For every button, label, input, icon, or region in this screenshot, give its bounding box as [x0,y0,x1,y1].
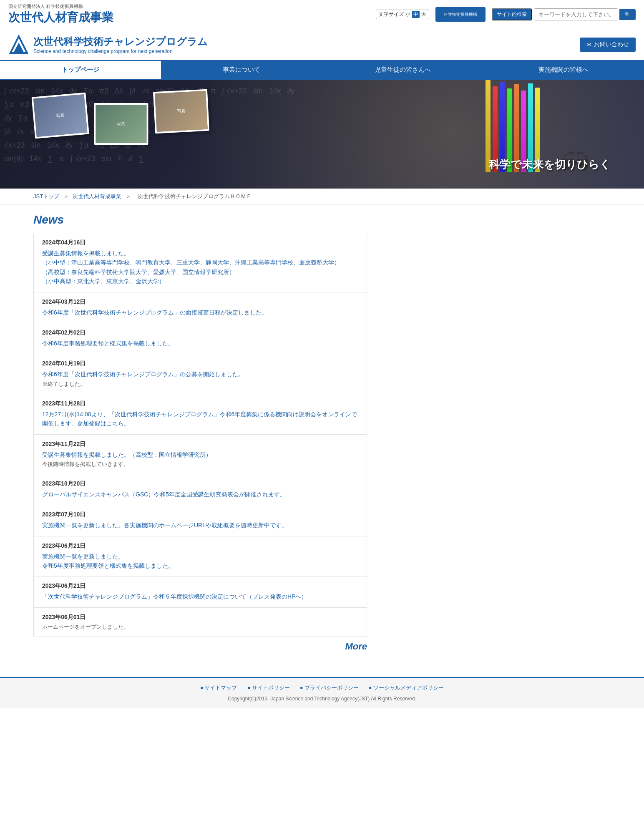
footer-link[interactable]: サイトマップ [200,684,237,692]
news-link[interactable]: 令和5年度事務処理要領と様式集を掲載しました。 [42,561,358,570]
top-bar: 国立研究開発法人 科学技術振興機構 次世代人材育成事業 文字サイズ 小 中 大 … [0,0,644,29]
font-size-label: 文字サイズ [379,11,404,18]
footer-link[interactable]: ソーシャルメディアポリシー [369,684,444,692]
news-date: 2023年06月21日 [42,582,358,590]
main-nav: トップページ 事業について 児童生徒の皆さんへ 実施機関の皆様へ [0,61,644,80]
news-date: 2023年06月21日 [42,542,358,550]
jst-logo: 科学技術振興機構 [435,7,486,22]
news-item: 2024年02月02日令和6年度事務処理要領と様式集を掲載しました。 [34,323,367,354]
logo-text: 科学技術振興機構 [444,12,477,18]
news-date: 2023年06月01日 [42,614,358,621]
hero-slogan: 科学で未来を切りひらく [489,157,611,172]
news-link[interactable]: 実施機関一覧を更新しました。各実施機関のホームページURLや取組概要を随時更新中… [42,521,358,530]
program-subtitle: Science and technology challenge program… [33,48,208,54]
news-link[interactable]: 実施機関一覧を更新しました。 [42,552,358,561]
news-date: 2024年03月12日 [42,298,358,306]
nav-top[interactable]: トップページ [0,61,161,80]
breadcrumb: JSTトップ ＞ 次世代人材育成事業 ＞ 次世代科学技術チャレンジプログラムＨＯ… [0,189,644,205]
news-item: 2023年06月21日実施機関一覧を更新しました。令和5年度事務処理要領と様式集… [34,536,367,577]
news-date: 2024年01月19日 [42,360,358,367]
more-container: More [33,637,367,660]
hero-banner: ∫ √x+23 sin 14x ∂y ∑α πβ Δλ ∫∂ √x sin(θ)… [0,80,644,189]
font-size-large[interactable]: 大 [421,11,426,18]
news-date: 2023年11月28日 [42,400,358,408]
news-date: 2024年02月02日 [42,329,358,337]
news-date: 2023年07月10日 [42,511,358,518]
news-item: 2023年10月20日グローバルサイエンスキャンパス（GSC）令和5年度全国受講… [34,474,367,505]
program-logo-text: 次世代科学技術チャレンジプログラム Science and technology… [33,35,208,54]
news-link[interactable]: （小中高型：東北大学、東京大学、金沢大学） [42,277,358,286]
nav-about[interactable]: 事業について [161,61,322,80]
news-link[interactable]: 受講生募集情報を掲載しました。 [42,249,358,258]
news-item: 2024年03月12日令和6年度「次世代科学技術チャレンジプログラム」の面接審査… [34,292,367,323]
news-link[interactable]: 令和6年度事務処理要領と様式集を掲載しました。 [42,339,358,348]
footer: サイトマップサイトポリシープライバシーポリシーソーシャルメディアポリシー Cop… [0,677,644,708]
news-item: 2023年06月01日ホームページをオープンしました。 [34,608,367,637]
search-icon: 🔍 [624,12,631,18]
news-link[interactable]: グローバルサイエンスキャンパス（GSC）令和5年度全国受講生研究発表会が開催され… [42,490,358,499]
hero-photo-3: 写真 [153,89,209,134]
program-logo-icon [8,34,29,55]
news-text: ホームページをオープンしました。 [42,623,358,631]
hero-photo-2: 写真 [94,103,148,145]
breadcrumb-sep-2: ＞ [126,193,133,199]
footer-copyright: Copyright(C)2015- Japan Science and Tech… [8,696,636,702]
search-input[interactable] [534,8,617,20]
search-bar: サイト内検索 🔍 [492,8,636,20]
program-title: 次世代科学技術チャレンジプログラム [33,35,208,48]
hero-photos: 写真 写真 写真 [33,90,209,148]
more-button[interactable]: More [345,641,367,652]
news-date: 2023年10月20日 [42,480,358,488]
news-link[interactable]: （小中型：津山工業高等専門学校、鳴門教育大学、三重大学、静岡大学、沖縄工業高等専… [42,258,358,267]
main-content: News 2024年04月16日受講生募集情報を掲載しました。（小中型：津山工業… [0,205,400,669]
site-search-label[interactable]: サイト内検索 [492,8,532,20]
news-date: 2024年04月16日 [42,239,358,247]
breadcrumb-sep-1: ＞ [63,193,70,199]
news-date: 2023年11月22日 [42,440,358,448]
font-size-medium[interactable]: 中 [412,11,420,18]
news-item: 2024年01月19日令和6年度「次世代科学技術チャレンジプログラム」の公募を開… [34,354,367,394]
news-link[interactable]: 令和6年度「次世代科学技術チャレンジプログラム」の面接審査日程が決定しました。 [42,308,358,317]
news-link[interactable]: 12月27日(水)14:00より、「次世代科学技術チャレンジプログラム」令和6年… [42,410,358,428]
breadcrumb-current: 次世代科学技術チャレンジプログラムＨＯＭＥ [138,193,252,199]
footer-link[interactable]: プライバシーポリシー [300,684,359,692]
news-item: 2023年11月28日12月27日(水)14:00より、「次世代科学技術チャレン… [34,394,367,435]
contact-label: お問い合わせ [594,41,629,48]
news-link[interactable]: 「次世代科学技術チャレンジプログラム」令和５年度採択機関の決定について（プレス発… [42,592,358,601]
news-link[interactable]: （高校型：奈良先端科学技術大学院大学、愛媛大学、国立情報学研究所） [42,267,358,277]
news-item: 2023年07月10日実施機関一覧を更新しました。各実施機関のホームページURL… [34,505,367,536]
site-title: 次世代人材育成事業 [8,10,113,25]
hero-photo-1: 写真 [32,93,89,139]
top-bar-right: 文字サイズ 小 中 大 科学技術振興機構 サイト内検索 🔍 [376,7,636,22]
nav-institutions[interactable]: 実施機関の皆様へ [483,61,644,80]
breadcrumb-jst-project[interactable]: 次世代人材育成事業 [73,193,121,199]
contact-button[interactable]: ✉ お問い合わせ [580,38,636,52]
news-container: 2024年04月16日受講生募集情報を掲載しました。（小中型：津山工業高等専門学… [33,233,367,637]
mail-icon: ✉ [586,41,591,48]
news-item: 2024年04月16日受講生募集情報を掲載しました。（小中型：津山工業高等専門学… [34,233,367,292]
news-item: 2023年11月22日受講生募集情報を掲載しました。（高校型：国立情報学研究所）… [34,435,367,474]
org-name: 国立研究開発法人 科学技術振興機構 [8,3,113,10]
search-button[interactable]: 🔍 [619,9,636,20]
program-logo: 次世代科学技術チャレンジプログラム Science and technology… [8,34,208,55]
footer-link[interactable]: サイトポリシー [247,684,289,692]
nav-students[interactable]: 児童生徒の皆さんへ [322,61,483,80]
news-text: 今後随時情報を掲載していきます。 [42,461,358,468]
news-title: News [33,213,367,227]
program-header: 次世代科学技術チャレンジプログラム Science and technology… [0,29,644,61]
news-link[interactable]: 受講生募集情報を掲載しました。（高校型：国立情報学研究所） [42,450,358,459]
site-branding: 国立研究開発法人 科学技術振興機構 次世代人材育成事業 [8,3,113,25]
breadcrumb-jst-top[interactable]: JSTトップ [33,193,59,199]
font-size-control: 文字サイズ 小 中 大 [376,10,429,19]
footer-links: サイトマップサイトポリシープライバシーポリシーソーシャルメディアポリシー [8,684,636,692]
news-item: 2023年06月21日「次世代科学技術チャレンジプログラム」令和５年度採択機関の… [34,576,367,607]
font-size-small[interactable]: 小 [405,11,410,18]
news-link[interactable]: 令和6年度「次世代科学技術チャレンジプログラム」の公募を開始しました。 [42,370,358,379]
news-text: ※終了しました。 [42,380,358,388]
